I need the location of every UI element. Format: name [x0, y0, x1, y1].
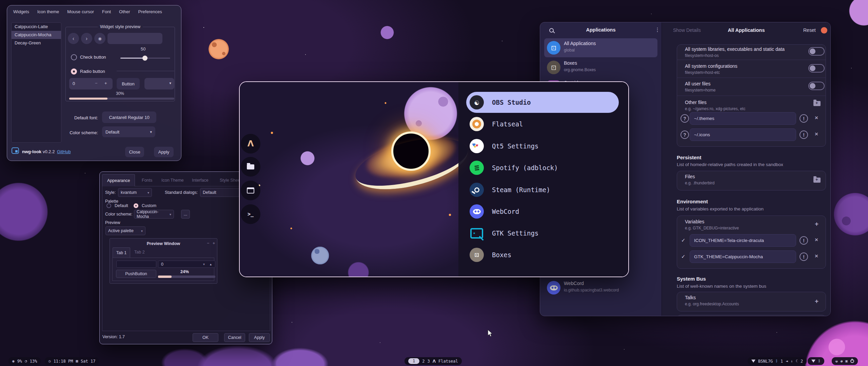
sidebar-item-boxes[interactable]: ⊡ Boxes org.gnome.Boxes [544, 58, 657, 77]
color-scheme-dropdown[interactable]: Default ▾ [102, 126, 155, 137]
theme-item-latte[interactable]: Catppuccin-Latte [12, 23, 61, 31]
theme-item-decay[interactable]: Decay-Green [12, 39, 61, 47]
warning-icon[interactable]: ! [800, 114, 808, 123]
warning-icon[interactable]: ! [800, 130, 808, 139]
style-dropdown[interactable]: kvantum▾ [118, 188, 152, 197]
launcher-item-flatseal[interactable]: Flatseal [466, 114, 619, 135]
tray-module[interactable]: ◒ ◕ ▣ [832, 357, 858, 365]
apply-button[interactable]: Apply [154, 147, 174, 157]
active-palette-dropdown[interactable]: Active palette▾ [105, 226, 145, 235]
spin-button[interactable]: 0 − + [69, 78, 113, 89]
add-folder-icon[interactable] [813, 101, 821, 106]
clock-module[interactable]: ◷11:18 PM ▦Sat 17 [45, 357, 99, 365]
sidebar-item-webcord[interactable]: WebCord io.github.spacingbat3.webcord [544, 278, 657, 297]
launcher-item-webcord[interactable]: WebCord [466, 201, 619, 222]
launcher-item-gtk-settings[interactable]: GTK Settings [466, 223, 619, 244]
palette-default-radio[interactable] [106, 203, 111, 208]
github-link[interactable]: GitHub [57, 149, 71, 154]
launcher-item-obs[interactable]: ☯ OBS Studio [466, 92, 619, 113]
night-count: 2 [801, 359, 803, 364]
menu-other[interactable]: Other [119, 9, 130, 14]
menu-widgets[interactable]: Widgets [13, 9, 29, 14]
menu-icon-theme[interactable]: Icon theme [37, 9, 59, 14]
theme-item-mocha-selected[interactable]: Catppuccin-Mocha [12, 31, 61, 39]
category-apps-button[interactable]: Λ [241, 134, 260, 154]
variable-entry[interactable]: GTK_THEME=Catppuccin-Mocha [690, 250, 796, 263]
launcher-item-steam[interactable]: Steam (Runtime) [466, 179, 619, 200]
tab-icon-theme[interactable]: Icon Theme [157, 174, 189, 186]
kebab-menu-icon[interactable]: ⋮ [655, 26, 660, 33]
tab-fonts[interactable]: Fonts [137, 174, 157, 186]
preview-button[interactable]: Button [117, 78, 140, 89]
check-button-control[interactable] [71, 54, 77, 60]
sidebar-item-all-applications[interactable]: ⊡ All Applications global [544, 38, 657, 57]
ok-button[interactable]: OK [193, 333, 218, 342]
tab-interface[interactable]: Interface [187, 174, 213, 186]
add-variable-icon[interactable]: + [815, 220, 818, 228]
scheme-more-button[interactable]: ... [181, 210, 190, 219]
cancel-button[interactable]: Cancel [224, 333, 245, 342]
spin-up-icon[interactable]: ▴ [210, 262, 212, 266]
status-module[interactable]: BSNL7G ᛒ 1 ◄ ↓ ☾ 2 [748, 357, 807, 365]
launcher-item-label: Spotify (adblock) [492, 164, 558, 171]
preview-entry[interactable] [107, 33, 162, 44]
menu-mouse-cursor[interactable]: Mouse cursor [67, 9, 94, 14]
help-icon[interactable]: ? [680, 130, 689, 139]
remove-icon[interactable]: × [815, 253, 818, 260]
check-icon: ✓ [681, 253, 686, 260]
tab-appearance[interactable]: Appearance [102, 174, 135, 186]
launcher-item-qt5-settings[interactable]: ♥ ♥ ♥ Qt5 Settings [466, 136, 619, 157]
preview-label: Preview [105, 220, 120, 225]
workspace-1-active[interactable]: 1 [408, 358, 419, 364]
preview-tab-1[interactable]: Tab 1 [113, 247, 130, 258]
toggle-host-os[interactable] [808, 47, 825, 56]
apply-button[interactable]: Apply [249, 333, 270, 342]
arch-icon: Λ [248, 139, 254, 148]
system-stats-module[interactable]: ◉9% ◔13% [8, 357, 41, 365]
palette-custom-radio[interactable] [134, 203, 138, 208]
spin-minus-icon[interactable]: − [95, 81, 98, 86]
menu-preferences[interactable]: Preferences [138, 9, 162, 14]
color-scheme-dropdown[interactable]: Catppuccin-Mocha▾ [134, 210, 174, 219]
default-font-button[interactable]: Cantarell Regular 10 [102, 111, 156, 123]
reset-button[interactable]: Reset [803, 27, 816, 33]
spin-down-icon[interactable]: ▾ [203, 262, 205, 266]
remove-icon[interactable]: × [815, 237, 818, 243]
remove-icon[interactable]: × [815, 131, 818, 138]
toggle-host-etc[interactable] [808, 64, 825, 73]
push-button[interactable]: PushButton [116, 270, 156, 278]
add-folder-icon[interactable] [813, 178, 821, 183]
toggle-home[interactable] [808, 82, 825, 90]
warning-icon[interactable]: ! [800, 236, 808, 245]
preview-spinbox[interactable]: 0 ▾ ▴ [158, 261, 215, 268]
category-windows-button[interactable] [241, 181, 260, 200]
workspace-3[interactable]: 3 [427, 359, 430, 364]
minimize-icon[interactable]: − [207, 241, 209, 246]
tray-radios-module[interactable]: ᛒ [808, 357, 824, 365]
preview-tab-2[interactable]: Tab 2 [134, 250, 145, 255]
add-talk-icon[interactable]: + [815, 298, 818, 305]
back-button[interactable]: ‹ [68, 33, 79, 44]
close-button[interactable] [821, 27, 827, 34]
maximize-icon[interactable]: + [213, 241, 215, 246]
path-entry[interactable]: ~/.themes [690, 112, 796, 125]
slider-knob[interactable] [142, 56, 147, 61]
close-button[interactable]: Close [125, 147, 144, 157]
preview-line-edit[interactable] [116, 261, 156, 268]
spin-plus-icon[interactable]: + [104, 81, 107, 86]
help-icon[interactable]: ? [680, 114, 689, 123]
menu-font[interactable]: Font [102, 9, 111, 14]
workspace-2[interactable]: 2 [422, 359, 425, 364]
category-files-button[interactable] [241, 157, 260, 177]
launcher-item-spotify[interactable]: ≡ Spotify (adblock) [466, 157, 619, 178]
warning-icon[interactable]: ! [800, 252, 808, 261]
preview-combo[interactable]: ▾ [144, 78, 174, 89]
launcher-item-boxes[interactable]: ⊡ Boxes [466, 244, 619, 265]
radio-button-control[interactable] [71, 68, 77, 75]
category-terminal-button[interactable]: >_ [241, 204, 260, 224]
variable-entry[interactable]: ICON_THEME=Tela-circle-dracula [690, 234, 796, 247]
remove-icon[interactable]: × [815, 115, 818, 121]
forward-button[interactable]: › [81, 33, 92, 44]
record-button[interactable]: ◉ [94, 33, 105, 44]
path-entry[interactable]: ~/.icons [690, 128, 796, 141]
